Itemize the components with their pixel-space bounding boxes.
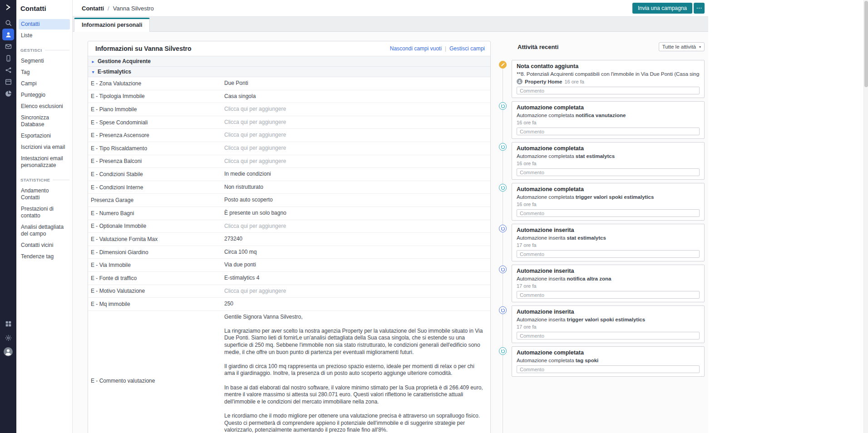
- page-scrollbar-thumb[interactable]: [864, 1, 868, 87]
- sidebar-item-prestazioni-di-contatto[interactable]: Prestazioni di contatto: [19, 204, 70, 221]
- apps-icon[interactable]: [2, 318, 14, 330]
- field-value[interactable]: Via due ponti: [224, 261, 256, 269]
- field-value[interactable]: Clicca qui per aggiungere: [224, 287, 286, 295]
- sidebar-item-contatti[interactable]: Contatti: [19, 19, 70, 30]
- field-label: E - Motivo Valutazione: [91, 288, 224, 294]
- send-campaign-button[interactable]: Invia una campagna: [632, 3, 692, 14]
- activity-item-meta: 17 ore fa: [517, 242, 700, 248]
- field-group-gestione-acquirente[interactable]: ▸Gestione Acquirente: [88, 56, 490, 67]
- field-value[interactable]: Clicca qui per aggiungere: [224, 144, 286, 153]
- activity-icon-column: [494, 305, 512, 343]
- activity-icon-column: [494, 346, 512, 377]
- sidebar-item-sincronizza-database[interactable]: Sincronizza Database: [19, 113, 70, 130]
- comment-input[interactable]: [517, 128, 700, 135]
- field-label: E - Fonte di traffico: [91, 275, 224, 281]
- sidebar-item-esportazioni[interactable]: Esportazioni: [19, 131, 70, 141]
- activity-item: Automazione completataAutomazione comple…: [494, 142, 705, 180]
- field-row-e-condizioni-stabile: E - Condizioni StabileIn medie condizion…: [88, 168, 490, 181]
- deals-icon[interactable]: [2, 76, 14, 88]
- sidebar-section-label: STATISTICHE: [20, 177, 50, 182]
- note-icon: [499, 61, 507, 69]
- sidebar-item-andamento-contatti[interactable]: Andamento Contatti: [19, 186, 70, 203]
- sidebar-item-campi[interactable]: Campi: [19, 79, 70, 89]
- main-column: Contatti / Vanna Silvestro Invia una cam…: [73, 0, 708, 433]
- activity-filter-select[interactable]: Tutte le attività ▾: [659, 42, 705, 51]
- activity-item-title: Automazione completata: [517, 349, 700, 356]
- search-icon[interactable]: [2, 17, 14, 29]
- activity-icon-column: [494, 265, 512, 302]
- hide-empty-fields-link[interactable]: Nascondi campi vuoti: [390, 45, 442, 52]
- field-label: E - Mq immobile: [91, 301, 224, 307]
- comment-input[interactable]: [517, 250, 700, 258]
- field-value[interactable]: Clicca qui per aggiungere: [224, 157, 286, 166]
- email-icon[interactable]: [2, 40, 14, 52]
- sidebar-item-elenco-esclusioni[interactable]: Elenco esclusioni: [19, 101, 70, 112]
- activity-item-body: Automazione inserita trigger valori spok…: [517, 317, 700, 322]
- field-value[interactable]: È presente un solo bagno: [224, 209, 286, 217]
- field-label: E - Via Immobile: [91, 262, 224, 268]
- sidebar-item-tendenze-tag[interactable]: Tendenze tag: [19, 251, 70, 262]
- comment-input[interactable]: [517, 168, 700, 176]
- sidebar-item-analisi-dettagliata-del-campo[interactable]: Analisi dettagliata del campo: [19, 222, 70, 239]
- sidebar-item-tag[interactable]: Tag: [19, 67, 70, 78]
- activity-item-title: Automazione completata: [517, 104, 700, 111]
- manage-fields-link[interactable]: Gestisci campi: [449, 45, 485, 52]
- comment-input[interactable]: [517, 87, 700, 94]
- automations-icon[interactable]: [2, 64, 14, 76]
- reports-icon[interactable]: [2, 88, 14, 99]
- page-scrollbar[interactable]: [863, 0, 868, 433]
- field-value[interactable]: Clicca qui per aggiungere: [224, 105, 286, 113]
- sidebar-section-label: GESTISCI: [20, 48, 42, 53]
- sidebar-item-iscrizioni-via-email[interactable]: Iscrizioni via email: [19, 142, 70, 153]
- user-avatar[interactable]: [2, 346, 14, 358]
- field-value[interactable]: Gentile Signora Vanna Silvestro, La ring…: [224, 313, 484, 433]
- contact-info-card: Informazioni su Vanna Silvestro Nascondi…: [88, 41, 491, 433]
- activity-card: Automazione completataAutomazione comple…: [512, 101, 705, 139]
- field-value[interactable]: Due Ponti: [224, 79, 248, 88]
- activity-card: Automazione completataAutomazione comple…: [512, 183, 705, 221]
- comment-input[interactable]: [517, 332, 700, 340]
- automation-completed-icon: [499, 102, 507, 110]
- field-value[interactable]: Non ristrutturato: [224, 183, 263, 192]
- more-actions-button[interactable]: ⋯: [694, 3, 705, 14]
- section-divider-line: [45, 50, 69, 50]
- comment-input[interactable]: [517, 291, 700, 299]
- field-label: Presenza Garage: [91, 197, 224, 203]
- sidebar-item-punteggio[interactable]: Punteggio: [19, 90, 70, 100]
- field-label: E - Presenza Balconi: [91, 158, 224, 164]
- field-value[interactable]: E-stimalytics 4: [224, 274, 259, 282]
- field-value[interactable]: Clicca qui per aggiungere: [224, 118, 286, 127]
- field-row-e-valutazione-fornita-max: E - Valutazione Fornita Max273240: [88, 233, 490, 246]
- field-value[interactable]: Clicca qui per aggiungere: [224, 222, 286, 231]
- field-row-e-via-immobile: E - Via ImmobileVia due ponti: [88, 259, 490, 272]
- activity-item-title: Nota contatto aggiunta: [517, 63, 700, 69]
- sidebar-item-intestazioni-email-personalizzate[interactable]: Intestazioni email personalizzate: [19, 153, 70, 171]
- sidebar-item-segmenti[interactable]: Segmenti: [19, 56, 70, 66]
- activity-item: Automazione completataAutomazione comple…: [494, 101, 705, 139]
- field-label: E - Zona Valutazione: [91, 80, 224, 87]
- field-value[interactable]: 273240: [224, 235, 242, 243]
- field-value[interactable]: Casa singola: [224, 93, 256, 101]
- activecampaign-logo[interactable]: [5, 4, 12, 13]
- sidebar-item-liste[interactable]: Liste: [19, 30, 70, 41]
- field-value[interactable]: In medie condizioni: [224, 170, 271, 178]
- mobile-icon[interactable]: [2, 52, 14, 64]
- field-value[interactable]: Circa 100 mq: [224, 248, 256, 256]
- activity-timestamp: 17 ore fa: [517, 324, 536, 330]
- comment-input[interactable]: [517, 365, 700, 373]
- topbar-actions: Invia una campagna ⋯: [632, 3, 705, 14]
- field-label: E - Tipo Riscaldamento: [91, 145, 224, 152]
- sidebar-item-contatti-vicini[interactable]: Contatti vicini: [19, 240, 70, 251]
- field-group-e-stimalytics[interactable]: ▾E-stimalytics: [88, 67, 490, 77]
- tab-informazioni-personali[interactable]: Informazioni personali: [74, 18, 150, 32]
- links-divider: |: [445, 45, 446, 52]
- contacts-icon[interactable]: [2, 29, 14, 40]
- settings-icon[interactable]: [2, 332, 14, 344]
- field-label: E - Condizioni Interne: [91, 184, 224, 191]
- field-value[interactable]: Posto auto scoperto: [224, 196, 273, 204]
- breadcrumb-contacts-link[interactable]: Contatti: [82, 5, 104, 12]
- field-value[interactable]: 250: [224, 300, 233, 308]
- field-value[interactable]: Clicca qui per aggiungere: [224, 131, 286, 139]
- comment-input[interactable]: [517, 209, 700, 217]
- activity-icon-column: [494, 183, 512, 221]
